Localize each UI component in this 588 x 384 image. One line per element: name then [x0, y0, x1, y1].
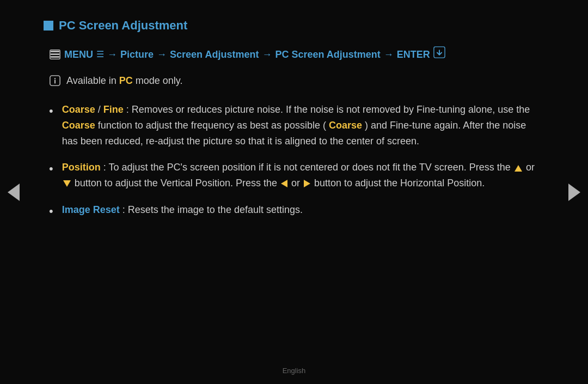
coarse-fine-text-1: : Removes or reduces picture noise. If t… — [126, 104, 530, 115]
note-text: Available in PC mode only. — [66, 74, 182, 88]
bullet-coarse-fine: • Coarse / Fine : Removes or reduces pic… — [49, 102, 544, 149]
nav-arrow-left[interactable] — [5, 179, 22, 206]
position-text-3: button to adjust the Horizontal Position… — [314, 178, 485, 188]
breadcrumb-enter: ENTER — [397, 47, 430, 62]
bullet-dot-2: • — [49, 161, 53, 178]
triangle-down-icon — [63, 180, 71, 187]
svg-point-9 — [54, 78, 56, 79]
bullets-container: • Coarse / Fine : Removes or reduces pic… — [44, 102, 544, 220]
separator: / — [98, 104, 103, 115]
fine-label: Fine — [103, 104, 124, 115]
position-text-1: : To adjust the PC's screen position if … — [103, 162, 513, 173]
breadcrumb-menu: MENU — [64, 47, 93, 62]
breadcrumb-arrow-1: → — [107, 47, 117, 62]
footer: English — [0, 365, 588, 376]
note-highlight: PC — [119, 75, 133, 86]
position-or-1: or — [526, 162, 535, 173]
triangle-up-icon — [514, 165, 522, 172]
svg-rect-1 — [51, 53, 60, 55]
position-label: Position — [62, 162, 101, 173]
triangle-right-icon — [304, 180, 310, 187]
left-arrow-icon — [8, 184, 20, 201]
breadcrumb-step-2: Screen Adjustment — [170, 47, 259, 62]
triangle-left-icon — [281, 180, 287, 187]
svg-rect-0 — [51, 51, 60, 52]
title-square-icon — [44, 21, 53, 31]
bullet-text-position: Position : To adjust the PC's screen pos… — [62, 160, 544, 191]
bullet-dot-3: • — [49, 203, 53, 220]
image-reset-label: Image Reset — [62, 204, 120, 215]
bullet-image-reset: • Image Reset : Resets the image to the … — [49, 202, 544, 220]
position-text-2: button to adjust the Vertical Position. … — [75, 178, 280, 188]
enter-icon — [433, 46, 445, 63]
page-container: PC Screen Adjustment MENU ☰ → Picture → … — [0, 0, 588, 384]
breadcrumb-step-3: PC Screen Adjustment — [275, 47, 380, 62]
title-row: PC Screen Adjustment — [44, 16, 544, 34]
breadcrumb-arrow-2: → — [157, 47, 167, 62]
menu-icon — [49, 48, 61, 60]
breadcrumb-menu-icon: ☰ — [96, 48, 104, 61]
image-reset-text: : Resets the image to the default settin… — [122, 204, 303, 215]
page-title: PC Screen Adjustment — [59, 16, 187, 34]
position-or-2: or — [291, 178, 303, 188]
breadcrumb-arrow-4: → — [384, 47, 394, 62]
nav-arrow-right[interactable] — [566, 179, 583, 206]
bullet-dot-1: • — [49, 103, 53, 120]
breadcrumb-step-1: Picture — [120, 47, 154, 62]
bullet-position: • Position : To adjust the PC's screen p… — [49, 160, 544, 191]
coarse-label-1: Coarse — [62, 104, 95, 115]
note-icon — [49, 75, 61, 91]
footer-language: English — [283, 367, 306, 375]
breadcrumb: MENU ☰ → Picture → Screen Adjustment → P… — [44, 46, 544, 63]
coarse-label-2: Coarse — [62, 120, 95, 131]
bullet-text-image-reset: Image Reset : Resets the image to the de… — [62, 202, 544, 218]
breadcrumb-arrow-3: → — [262, 47, 272, 62]
bullet-text-coarse-fine: Coarse / Fine : Removes or reduces pictu… — [62, 102, 544, 149]
coarse-label-3: Coarse — [329, 120, 362, 131]
coarse-fine-text-2: function to adjust the frequency as best… — [98, 120, 326, 131]
note-row: Available in PC mode only. — [44, 74, 544, 91]
right-arrow-icon — [568, 184, 580, 201]
svg-rect-2 — [51, 56, 60, 58]
